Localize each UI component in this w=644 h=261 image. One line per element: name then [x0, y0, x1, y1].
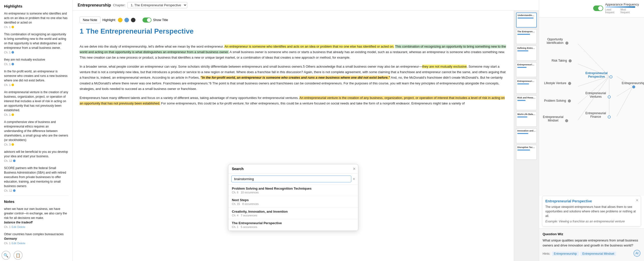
thumbnail-item-3[interactable]: Entrepreneurial Ven...: [516, 62, 537, 77]
search-result-4[interactable]: The Entrepreneurial Perspective Ch. 1 5 …: [228, 219, 358, 231]
notes-section: Notes when we have our own business, we …: [4, 199, 68, 245]
chapter-select[interactable]: 1. The Entrepreneurial Perspective: [127, 2, 187, 8]
search-result-3[interactable]: Creativity, Innovation, and Invention Ch…: [228, 208, 358, 219]
hint-tag-1: Entrepreneurship: [552, 251, 579, 256]
freq-most-label: Most frequent: [620, 8, 635, 14]
node-opportunity[interactable]: OpportunityIdentification: [547, 38, 568, 45]
thumbnail-item-5[interactable]: Risk and Reward...: [516, 95, 537, 110]
search-result-meta-3: Ch. 4 7 occurences: [232, 214, 355, 217]
note-actions-2: Ch. 1 Edit Delete: [4, 242, 68, 245]
thumb-label-5: Risk and Reward...: [517, 96, 536, 99]
node-entrepreneurial-perspective-label: EntrepreneurialPerspective: [585, 71, 608, 78]
node-entrepreneurial-ventures[interactable]: EntrepreneurialVentures: [585, 91, 611, 98]
highlight-chapter-6: Ch. 3: [4, 143, 11, 146]
thumb-bar-4: [517, 83, 529, 84]
highlight-text-6: A comprehensive view of business and ent…: [4, 120, 68, 142]
info-card: × Entrepreneurial Perspective The unique…: [542, 196, 641, 226]
search-clear-button[interactable]: ×: [353, 177, 355, 181]
hints-row: Hints: Entrepreneurship Entrepreneurial …: [543, 250, 640, 257]
notes-title: Notes: [4, 199, 68, 204]
book-header: Entrepreneurship Chapter: 1. The Entrepr…: [73, 0, 539, 11]
highlight-item-2: This combination of recognizing an oppor…: [4, 32, 68, 54]
thumb-bar-8: [517, 150, 530, 151]
node-entrepreneurship[interactable]: Entrepreneurship: [622, 81, 644, 88]
svg-line-9: [617, 86, 633, 116]
note-edit-2[interactable]: Edit: [12, 242, 16, 245]
highlight-color-dark[interactable]: [131, 18, 135, 22]
list-icon-button[interactable]: 📋: [14, 251, 23, 260]
toggle-knob: [147, 18, 151, 22]
note-delete-1[interactable]: Delete: [17, 225, 25, 228]
search-header: Search: [228, 164, 358, 174]
search-result-2[interactable]: Next Steps Ch. 15 8 occurences: [228, 196, 358, 208]
thumb-label-8: Disruptive Technolo...: [517, 146, 536, 149]
highlight-meta-4: Ch. 1: [4, 83, 68, 86]
search-result-1[interactable]: Problem Solving and Need Recognition Tec…: [228, 185, 358, 196]
highlight-color-blue[interactable]: [124, 18, 129, 22]
toolbar: New Note Highlight: Show Title: [80, 17, 507, 23]
info-card-close-button[interactable]: ×: [636, 198, 638, 203]
search-icon-button[interactable]: 🔍: [2, 251, 11, 260]
node-entrepreneurial-ventures-label: EntrepreneurialVentures: [585, 91, 606, 98]
note-italic-2: Germany: [4, 237, 17, 240]
highlight-meta-2: Ch. 1: [4, 51, 68, 54]
thumbnail-item-8[interactable]: Disruptive Technolo...: [516, 145, 537, 160]
thumb-bar-2: [517, 50, 528, 51]
svg-line-3: [578, 76, 609, 104]
highlight-meta-7: Ch. 12: [4, 159, 68, 162]
node-entrepreneurial-mindset-dot: [565, 119, 568, 122]
thumbnail-item-1[interactable]: The Entrepreneurial M...: [516, 29, 537, 44]
note-edit-1[interactable]: Edit: [12, 225, 16, 228]
top-right-area: Appearance Frequency Least frequent Most…: [539, 0, 644, 18]
node-entrepreneurship-label: Entrepreneurship: [622, 81, 644, 85]
highlight-meta-6: Ch. 3: [4, 143, 68, 146]
node-problem-solving[interactable]: Problem Solving: [544, 99, 571, 102]
search-overlay: Search × × Problem Solving and Need Reco…: [228, 164, 358, 231]
node-lifestyle-venture[interactable]: Lifestyle Venture: [544, 81, 571, 85]
right-panel: Appearance Frequency Least frequent Most…: [539, 0, 644, 261]
appearance-freq-toggle[interactable]: [593, 6, 603, 11]
thumb-bar-1: [517, 34, 530, 35]
highlight-text-2: This combination of recognizing an oppor…: [4, 32, 68, 50]
thumb-label-7: Innovation and Disrup...: [517, 129, 536, 132]
thumbnail-item-0[interactable]: Understanding Entrepren...: [516, 13, 537, 28]
search-input[interactable]: [231, 176, 351, 182]
thumbnail-item-7[interactable]: Innovation and Disrup...: [516, 128, 537, 143]
node-risk-taking-dot: [569, 59, 572, 62]
reading-text: As we delve into the study of entreprene…: [80, 44, 507, 106]
reading-panel: New Note Highlight: Show Title 1 The Ent…: [73, 11, 514, 261]
highlight-chapter-8: Ch. 12: [4, 189, 12, 192]
node-risk-taking[interactable]: Risk Taking: [552, 59, 572, 62]
highlight-color-yellow[interactable]: [118, 18, 122, 22]
highlight-dot-4: [12, 84, 14, 86]
node-lifestyle-venture-label: Lifestyle Venture: [544, 81, 566, 85]
note-delete-2[interactable]: Delete: [17, 242, 25, 245]
highlight-dot-3: [12, 63, 14, 65]
note-item-1: when we have our own business, we have g…: [4, 207, 68, 228]
node-problem-solving-dot: [568, 99, 571, 102]
toggle-switch[interactable]: [142, 18, 151, 23]
new-note-button[interactable]: New Note: [80, 17, 100, 23]
highlight-item-1: An entrepreneur is someone who identifie…: [4, 11, 68, 29]
highlight-chapter-2: Ch. 1: [4, 51, 11, 54]
thumbnail-item-2[interactable]: Defining Entreprene...: [516, 46, 537, 61]
note-italic-1: balance the tradeoff: [4, 221, 33, 224]
thumbnail-item-4[interactable]: Entrepreneurial Chall...: [516, 79, 537, 94]
paragraph-3: Entrepreneurs have many different talent…: [80, 95, 507, 106]
hints-label: Hints:: [543, 252, 550, 255]
node-entrepreneurial-perspective[interactable]: EntrepreneurialPerspective: [585, 71, 612, 78]
node-problem-solving-label: Problem Solving: [544, 99, 566, 102]
show-title-toggle[interactable]: Show Title: [142, 18, 168, 23]
search-close-button[interactable]: ×: [353, 166, 356, 172]
node-entrepreneurial-mindset[interactable]: EntrepreneurialMindset: [543, 115, 568, 122]
paragraph-2: In a broader sense, what people consider…: [80, 64, 507, 91]
node-entrepreneurial-finance-label: EntrepreneurialFinance: [585, 111, 606, 118]
highlight-chapter-1: Ch. 1: [4, 26, 11, 29]
highlight-text-8: SCORE partners with the federal Small Bu…: [4, 166, 68, 188]
thumbnail-item-6[interactable]: Work-Life Balance...: [516, 112, 537, 127]
highlight-item-3: they are not mutually exclusive Ch. 1: [4, 57, 68, 66]
chapter-label: Chapter:: [113, 3, 125, 7]
thumb-bar-6: [517, 116, 527, 117]
book-title: Entrepreneurship: [78, 3, 111, 8]
node-entrepreneurial-finance[interactable]: EntrepreneurialFinance: [585, 111, 611, 118]
